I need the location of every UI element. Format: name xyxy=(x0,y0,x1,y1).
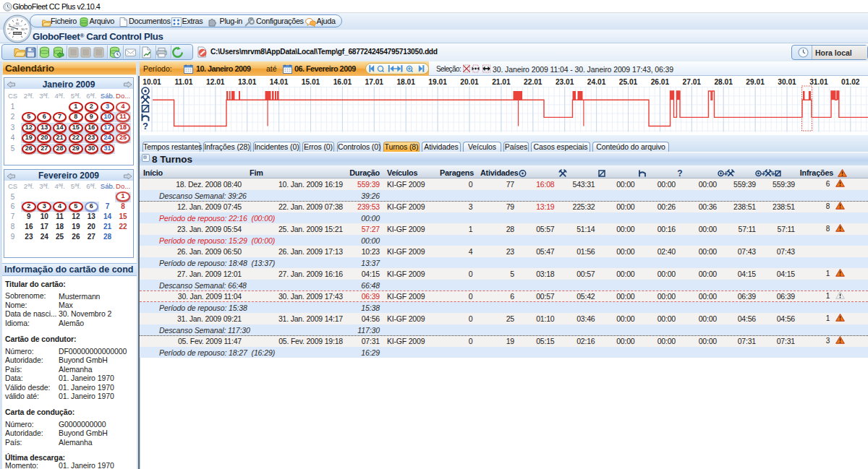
svg-text:23.01: 23.01 xyxy=(556,78,574,86)
svg-text:31.01: 31.01 xyxy=(809,78,828,86)
svg-text:11.01: 11.01 xyxy=(174,78,192,86)
svg-text:27.01: 27.01 xyxy=(683,78,702,86)
svg-text:+: + xyxy=(723,170,728,178)
svg-text:01.02: 01.02 xyxy=(841,78,860,86)
svg-text:10.01: 10.01 xyxy=(142,78,161,86)
svg-text:?: ? xyxy=(142,121,148,132)
svg-text:60: 60 xyxy=(16,22,20,25)
svg-text:+: + xyxy=(761,170,765,178)
svg-text:13.01: 13.01 xyxy=(238,78,257,86)
svg-text:?: ? xyxy=(677,168,682,178)
svg-text:25.01: 25.01 xyxy=(619,78,638,86)
svg-text:26.01: 26.01 xyxy=(651,78,670,86)
svg-text:19.01: 19.01 xyxy=(428,78,447,86)
svg-text:17.01: 17.01 xyxy=(365,78,384,86)
svg-text:14.01: 14.01 xyxy=(270,78,289,86)
svg-text:21.01: 21.01 xyxy=(492,78,511,86)
svg-text:90: 90 xyxy=(21,27,25,31)
svg-text:15.01: 15.01 xyxy=(302,78,320,86)
svg-text:12.01: 12.01 xyxy=(206,78,225,86)
svg-text:16.01: 16.01 xyxy=(333,78,352,86)
svg-text:22.01: 22.01 xyxy=(524,78,542,86)
svg-text:29.01: 29.01 xyxy=(746,78,765,86)
svg-text:30.01: 30.01 xyxy=(778,78,796,86)
svg-text:24.01: 24.01 xyxy=(587,78,606,86)
svg-text:20.01: 20.01 xyxy=(460,78,479,86)
svg-text:GloboFleet: GloboFleet xyxy=(13,25,22,27)
svg-text:28.01: 28.01 xyxy=(714,78,733,86)
svg-text:+: + xyxy=(771,170,775,178)
svg-text:18.01: 18.01 xyxy=(396,78,415,86)
